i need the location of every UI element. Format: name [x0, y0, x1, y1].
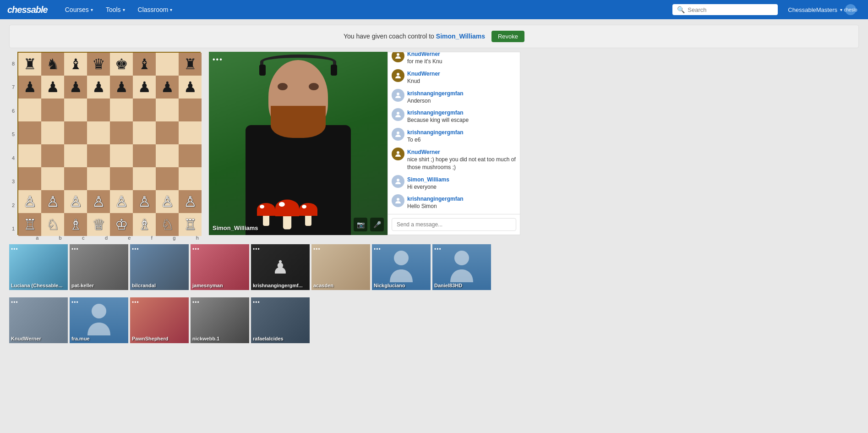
chat-msg-username[interactable]: krishnangingergmfan: [407, 90, 464, 97]
participant-tile[interactable]: •••PawnShepherd: [130, 297, 189, 343]
board-cell-7-7[interactable]: ♖: [179, 213, 202, 236]
board-cell-2-2[interactable]: [64, 99, 87, 121]
search-input[interactable]: [688, 6, 773, 13]
participant-tile[interactable]: ••• Nickgluciano: [372, 244, 431, 290]
board-cell-0-3[interactable]: ♛: [87, 53, 110, 76]
chat-msg-username[interactable]: krishnangingergmfan: [407, 129, 464, 136]
board-cell-6-3[interactable]: ♙: [87, 190, 110, 213]
board-cell-0-2[interactable]: ♝: [64, 53, 87, 76]
chat-msg-username[interactable]: KnudWerner: [407, 71, 440, 77]
board-cell-7-1[interactable]: ♘: [41, 213, 64, 236]
participant-tile[interactable]: ••• Daniel83HD: [432, 244, 491, 290]
board-cell-0-7[interactable]: ♜: [179, 53, 202, 76]
board-cell-2-4[interactable]: [110, 99, 133, 121]
board-cell-0-6[interactable]: [156, 53, 179, 76]
board-cell-7-6[interactable]: ♘: [156, 213, 179, 236]
board-cell-1-3[interactable]: ♟: [87, 76, 110, 99]
board-cell-0-0[interactable]: ♜: [18, 53, 41, 76]
board-cell-3-7[interactable]: [179, 121, 202, 144]
board-cell-3-1[interactable]: [41, 121, 64, 144]
nav-classroom[interactable]: Classroom ▾: [131, 0, 179, 19]
board-cell-4-2[interactable]: [64, 144, 87, 167]
board-cell-0-4[interactable]: ♚: [110, 53, 133, 76]
chat-msg-username[interactable]: KnudWerner: [407, 149, 440, 155]
coach-name-link[interactable]: Simon_Williams: [436, 33, 485, 40]
video-menu-dots[interactable]: •••: [213, 55, 223, 64]
board-cell-1-6[interactable]: ♟: [156, 76, 179, 99]
board-cell-1-2[interactable]: ♟: [64, 76, 87, 99]
board-cell-7-5[interactable]: ♗: [133, 213, 156, 236]
board-cell-1-0[interactable]: ♟: [18, 76, 41, 99]
board-cell-5-3[interactable]: [87, 167, 110, 190]
revoke-button[interactable]: Revoke: [491, 31, 524, 42]
board-cell-5-2[interactable]: [64, 167, 87, 190]
participant-tile[interactable]: •••♟krishnangingergmf...: [251, 244, 310, 290]
board-cell-2-0[interactable]: [18, 99, 41, 121]
nav-tools[interactable]: Tools ▾: [99, 0, 131, 19]
board-cell-2-7[interactable]: [179, 99, 202, 121]
board-cell-1-1[interactable]: ♟: [41, 76, 64, 99]
participant-tile[interactable]: •••acasden: [311, 244, 370, 290]
board-cell-2-5[interactable]: [133, 99, 156, 121]
board-cell-0-5[interactable]: ♝: [133, 53, 156, 76]
board-cell-2-6[interactable]: [156, 99, 179, 121]
participant-tile[interactable]: •••Luciana (Chessable...: [9, 244, 68, 290]
board-cell-5-4[interactable]: [110, 167, 133, 190]
board-cell-7-0[interactable]: ♖: [18, 213, 41, 236]
board-cell-6-0[interactable]: ♙: [18, 190, 41, 213]
board-cell-6-2[interactable]: ♙: [64, 190, 87, 213]
board-cell-6-6[interactable]: ♙: [156, 190, 179, 213]
board-cell-5-0[interactable]: [18, 167, 41, 190]
board-cell-1-5[interactable]: ♟: [133, 76, 156, 99]
board-cell-5-5[interactable]: [133, 167, 156, 190]
video-camera-button[interactable]: 📷: [354, 218, 367, 231]
board-cell-1-7[interactable]: ♟: [179, 76, 202, 99]
board-cell-7-3[interactable]: ♕: [87, 213, 110, 236]
participant-tile[interactable]: •••pat-keller: [70, 244, 128, 290]
board-cell-4-5[interactable]: [133, 144, 156, 167]
video-mic-button[interactable]: 🎤: [370, 218, 384, 231]
search-box[interactable]: 🔍: [672, 4, 778, 15]
chat-input[interactable]: [392, 218, 516, 231]
board-cell-3-0[interactable]: [18, 121, 41, 144]
chat-msg-username[interactable]: KnudWerner: [407, 52, 440, 57]
board-cell-4-0[interactable]: [18, 144, 41, 167]
board-cell-7-4[interactable]: ♔: [110, 213, 133, 236]
board-cell-6-5[interactable]: ♙: [133, 190, 156, 213]
board-cell-0-1[interactable]: ♞: [41, 53, 64, 76]
participant-tile[interactable]: •••bilcrandal: [130, 244, 189, 290]
board-cell-6-7[interactable]: ♙: [179, 190, 202, 213]
chat-msg-username[interactable]: krishnangingergmfan: [407, 110, 464, 116]
participant-tile[interactable]: •••jamesnyman: [191, 244, 249, 290]
board-cell-3-5[interactable]: [133, 121, 156, 144]
nav-courses[interactable]: Courses ▾: [59, 0, 99, 19]
board-cell-4-7[interactable]: [179, 144, 202, 167]
participant-tile[interactable]: •••nickwebb.1: [191, 297, 249, 343]
board-cell-2-1[interactable]: [41, 99, 64, 121]
board-cell-4-3[interactable]: [87, 144, 110, 167]
board-cell-4-4[interactable]: [110, 144, 133, 167]
chess-board[interactable]: ♜♞♝♛♚♝♜♟♟♟♟♟♟♟♟♙♙♙♙♙♙♙♙♖♘♗♕♔♗♘♖: [17, 52, 201, 235]
board-cell-3-2[interactable]: [64, 121, 87, 144]
board-cell-3-3[interactable]: [87, 121, 110, 144]
board-cell-5-6[interactable]: [156, 167, 179, 190]
user-menu[interactable]: ChessableMasters ▾ cheslo: [783, 4, 861, 15]
board-cell-6-4[interactable]: ♙: [110, 190, 133, 213]
chat-avatar: [392, 52, 404, 62]
board-cell-2-3[interactable]: [87, 99, 110, 121]
board-cell-4-6[interactable]: [156, 144, 179, 167]
board-cell-5-7[interactable]: [179, 167, 202, 190]
chat-msg-username[interactable]: krishnangingergmfan: [407, 196, 464, 202]
board-cell-6-1[interactable]: ♙: [41, 190, 64, 213]
board-cell-7-2[interactable]: ♗: [64, 213, 87, 236]
board-cell-3-4[interactable]: [110, 121, 133, 144]
participant-tile[interactable]: •••KnudWerner: [9, 297, 68, 343]
board-cell-3-6[interactable]: [156, 121, 179, 144]
participant-tile[interactable]: ••• fra.mue: [70, 297, 128, 343]
chat-msg-username[interactable]: Simon_Williams: [407, 176, 449, 183]
board-cell-5-1[interactable]: [41, 167, 64, 190]
board-cell-1-4[interactable]: ♟: [110, 76, 133, 99]
logo[interactable]: chessable: [7, 5, 48, 15]
board-cell-4-1[interactable]: [41, 144, 64, 167]
participant-tile[interactable]: •••rafaelalcides: [251, 297, 310, 343]
